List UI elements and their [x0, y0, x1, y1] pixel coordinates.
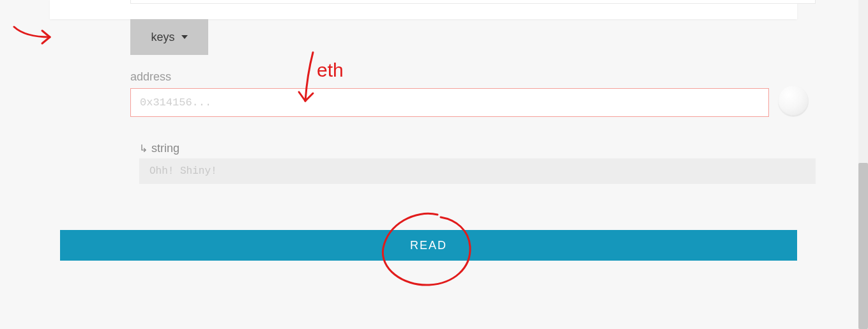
read-button[interactable]: READ: [60, 230, 797, 261]
return-arrow-icon: ↳: [139, 144, 148, 154]
form-card: keys address ↳ string Ohh! Shiny!: [50, 0, 797, 19]
caret-down-icon: [181, 35, 188, 39]
output-placeholder: Ohh! Shiny!: [149, 165, 217, 177]
read-button-label: READ: [410, 239, 447, 252]
output-display: Ohh! Shiny!: [139, 158, 816, 184]
previous-field-bottom: [130, 0, 816, 4]
scrollbar-thumb[interactable]: [858, 163, 868, 329]
return-type-label: string: [151, 142, 179, 155]
keys-dropdown-label: keys: [151, 31, 174, 44]
identicon-placeholder: [778, 86, 809, 116]
address-label: address: [130, 70, 171, 84]
keys-dropdown[interactable]: keys: [130, 19, 208, 55]
address-input[interactable]: [130, 88, 769, 117]
return-type-row: ↳ string: [139, 142, 179, 155]
